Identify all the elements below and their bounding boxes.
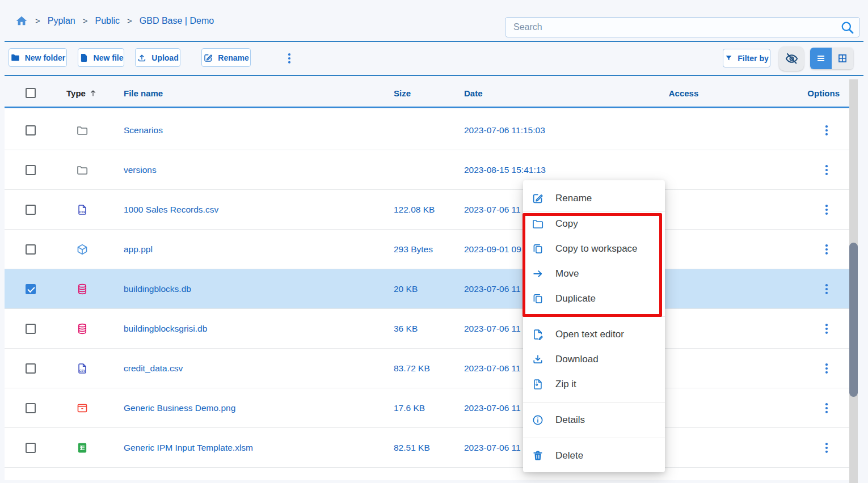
file-table-body: Scenarios 2023-07-06 11:15:03 versions 2… [5,109,849,480]
table-row[interactable]: app.ppl 293 Bytes 2023-09-01 09 [5,230,849,269]
doc-edit-icon [532,328,544,341]
filter-by-button[interactable]: Filter by [723,49,770,67]
new-folder-button[interactable]: New folder [9,48,67,67]
upload-button[interactable]: Upload [135,48,180,67]
sheet-icon [76,442,89,454]
file-name-link[interactable]: buildingblocksgrisi.db [124,324,207,334]
table-row[interactable]: versions 2023-08-15 15:41:13 [5,150,849,190]
grid-view-icon [837,53,848,64]
new-folder-icon [10,53,20,63]
row-options-kebab-icon[interactable] [820,362,833,375]
menu-item-open-text-editor[interactable]: Open text editor [523,322,665,347]
folder-icon [76,164,89,176]
download-icon [532,353,544,366]
scrollbar-track[interactable] [849,79,858,483]
row-checkbox[interactable] [26,165,36,175]
new-file-button[interactable]: New file [78,48,124,67]
grid-view-button[interactable] [832,48,853,69]
menu-item-copy[interactable]: Copy [523,211,665,236]
sort-ascending-icon [88,88,98,98]
column-header-size[interactable]: Size [394,88,411,98]
table-row[interactable]: buildingblocksgrisi.db 36 KB 2023-07-06 … [5,309,849,349]
row-checkbox[interactable] [26,284,36,294]
row-options-kebab-icon[interactable] [820,282,833,296]
file-name-link[interactable]: Generic IPM Input Template.xlsm [124,443,253,453]
home-icon[interactable] [15,15,28,27]
select-all-checkbox[interactable] [26,88,36,98]
folder-icon [532,218,544,230]
file-date: 2023-07-06 11 [464,363,521,374]
csv-icon [76,204,89,216]
folder-icon [76,124,89,137]
breadcrumb-item-pyplan[interactable]: Pyplan [48,16,75,26]
image-icon [76,402,89,414]
menu-divider [523,316,665,317]
toolbar-more-kebab-icon[interactable] [283,52,296,65]
row-options-kebab-icon[interactable] [820,243,833,256]
menu-item-zip-it[interactable]: Zip it [523,372,665,397]
row-checkbox[interactable] [26,403,36,413]
breadcrumb-separator: > [35,16,40,26]
row-options-kebab-icon[interactable] [820,203,833,217]
column-header-file-name[interactable]: File name [124,88,163,98]
file-date: 2023-07-06 11 [464,403,521,413]
copy-icon [532,293,544,305]
row-options-kebab-icon[interactable] [820,124,833,137]
file-name-link[interactable]: Scenarios [124,125,163,135]
table-row[interactable]: 1000 Sales Records.csv 122.08 KB 2023-07… [5,190,849,230]
table-row[interactable]: Scenarios 2023-07-06 11:15:03 [5,111,849,150]
file-name-link[interactable]: Generic Business Demo.png [124,403,235,413]
row-checkbox[interactable] [26,324,36,334]
csv-icon [76,362,89,375]
row-checkbox[interactable] [26,125,36,135]
file-name-link[interactable]: 1000 Sales Records.csv [124,205,218,215]
file-date: 2023-08-15 15:41:13 [464,165,546,175]
menu-item-details[interactable]: Details [523,408,665,433]
column-header-options: Options [807,88,840,98]
file-size: 82.51 KB [394,443,430,453]
row-checkbox[interactable] [26,443,36,453]
file-size: 122.08 KB [394,205,435,215]
row-checkbox[interactable] [26,205,36,215]
menu-item-download[interactable]: Download [523,347,665,372]
row-options-kebab-icon[interactable] [820,441,833,455]
search-box [505,17,860,37]
row-checkbox[interactable] [26,244,36,255]
table-row[interactable]: Generic Business Demo.png 17.6 KB 2023-0… [5,388,849,428]
file-name-link[interactable]: buildingblocks.db [124,284,191,294]
file-size: 36 KB [394,324,418,334]
row-checkbox[interactable] [26,363,36,374]
list-view-button[interactable] [810,48,832,69]
file-date: 2023-07-06 11 [464,205,521,215]
row-options-kebab-icon[interactable] [820,322,833,336]
search-icon[interactable] [840,20,855,35]
file-name-link[interactable]: versions [124,165,157,175]
breadcrumb-item-public[interactable]: Public [95,16,120,26]
row-options-kebab-icon[interactable] [820,401,833,415]
new-file-label: New file [94,53,124,62]
breadcrumb: > Pyplan > Public > GBD Base | Demo [15,0,214,41]
search-input[interactable] [505,18,859,37]
toggle-hidden-files-button[interactable] [779,46,804,71]
list-view-icon [815,53,827,64]
column-header-date[interactable]: Date [464,88,483,98]
breadcrumb-item-current[interactable]: GBD Base | Demo [140,16,214,26]
menu-item-delete[interactable]: Delete [523,443,665,468]
file-name-link[interactable]: credit_data.csv [124,363,183,374]
menu-item-duplicate[interactable]: Duplicate [523,286,665,311]
menu-item-rename[interactable]: Rename [523,186,665,211]
menu-item-copy-to-workspace[interactable]: Copy to workspace [523,236,665,261]
file-size: 20 KB [394,284,418,294]
scrollbar-thumb[interactable] [849,243,858,397]
file-name-link[interactable]: app.ppl [124,244,153,255]
table-row[interactable]: buildingblocks.db 20 KB 2023-07-06 11 [5,269,849,309]
menu-item-move[interactable]: Move [523,261,665,286]
edit-icon [532,192,544,205]
rename-button[interactable]: Rename [201,48,251,67]
file-date: 2023-07-06 11:15:03 [464,125,545,135]
column-header-type[interactable]: Type [66,88,98,98]
row-options-kebab-icon[interactable] [820,163,833,177]
file-manager: { "breadcrumb": { "separator": ">", "ite… [0,0,868,483]
table-row[interactable]: credit_data.csv 83.72 KB 2023-07-06 11 [5,349,849,388]
table-row[interactable]: Generic IPM Input Template.xlsm 82.51 KB… [5,428,849,468]
